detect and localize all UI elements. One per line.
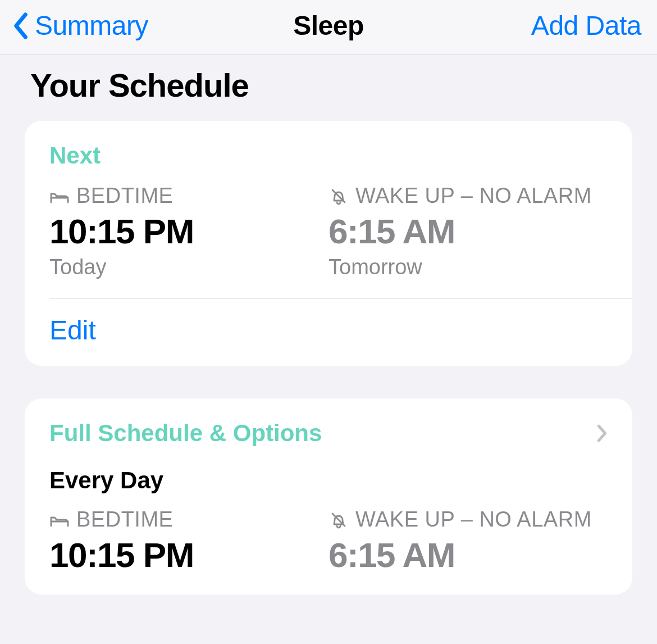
nav-bar: Summary Sleep Add Data: [0, 0, 657, 55]
alarm-off-icon: [328, 187, 349, 205]
add-data-button[interactable]: Add Data: [531, 10, 641, 41]
frequency-label: Every Day: [49, 467, 608, 494]
wakeup-heading: WAKE UP – NO ALARM: [355, 184, 592, 208]
full-bedtime-heading: BEDTIME: [76, 507, 173, 532]
section-heading: Your Schedule: [30, 66, 632, 104]
next-schedule-card: Next BEDTIME 10:: [25, 121, 632, 366]
bedtime-time: 10:15 PM: [49, 212, 328, 251]
full-bedtime-block: BEDTIME 10:15 PM: [49, 507, 328, 574]
full-wakeup-block: WAKE UP – NO ALARM 6:15 AM: [328, 507, 608, 574]
edit-button[interactable]: Edit: [25, 299, 632, 346]
wakeup-day: Tomorrow: [328, 255, 608, 279]
bed-icon: [49, 187, 70, 205]
chevron-right-icon: [596, 423, 608, 443]
wakeup-time: 6:15 AM: [328, 212, 608, 251]
wakeup-block: WAKE UP – NO ALARM 6:15 AM Tomorrow: [328, 184, 608, 279]
full-wakeup-time: 6:15 AM: [328, 536, 608, 574]
bed-icon: [49, 511, 70, 529]
next-label: Next: [49, 142, 608, 169]
alarm-off-icon: [328, 511, 349, 529]
bedtime-day: Today: [49, 255, 328, 279]
back-label: Summary: [35, 10, 148, 41]
full-schedule-label: Full Schedule & Options: [49, 420, 322, 447]
chevron-left-icon: [11, 12, 30, 40]
full-schedule-card[interactable]: Full Schedule & Options Every Day: [25, 398, 632, 595]
back-button[interactable]: Summary: [11, 10, 148, 41]
page-title: Sleep: [293, 10, 364, 41]
bedtime-heading: BEDTIME: [76, 184, 173, 208]
full-wakeup-heading: WAKE UP – NO ALARM: [355, 507, 592, 532]
full-bedtime-time: 10:15 PM: [49, 536, 328, 574]
bedtime-block: BEDTIME 10:15 PM Today: [49, 184, 328, 279]
